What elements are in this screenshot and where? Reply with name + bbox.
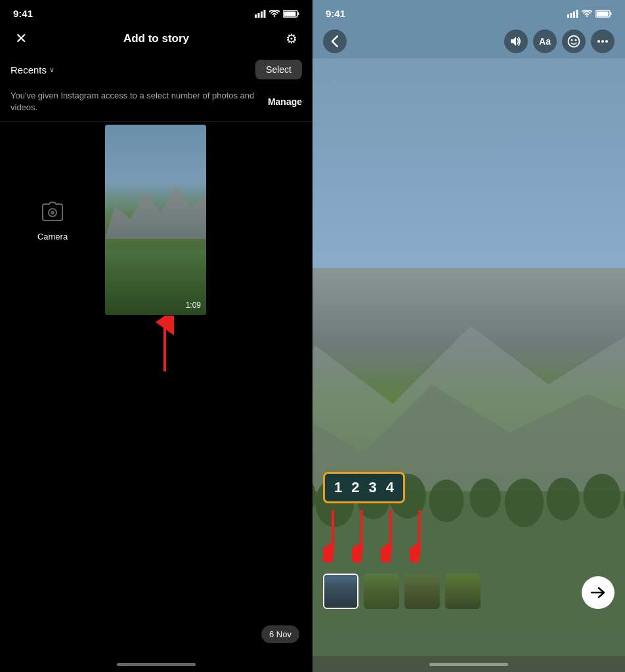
permission-bar: You've given Instagram access to a selec… [0,85,312,122]
recents-label-text: Recents [11,64,47,75]
home-indicator-left [0,656,312,672]
svg-point-33 [584,474,620,518]
gallery-area: Camera 1:09 [0,122,312,656]
settings-button[interactable]: ⚙ [281,28,302,49]
signal-icon [255,10,266,18]
status-bar-left: 9:41 [0,0,312,24]
svg-point-32 [546,478,579,520]
next-button[interactable] [582,576,614,609]
svg-rect-2 [261,11,263,18]
time-left: 9:41 [13,8,33,19]
permission-text: You've given Instagram access to a selec… [11,90,268,114]
manage-button[interactable]: Manage [268,96,302,107]
svg-rect-1 [258,13,260,18]
camera-label: Camera [37,232,68,242]
svg-rect-13 [573,11,575,18]
svg-point-30 [469,478,500,517]
chevron-down-icon: ∨ [49,66,54,74]
back-button[interactable] [323,30,347,53]
select-button[interactable]: Select [255,60,302,79]
thumbnail-4[interactable] [445,574,481,609]
svg-point-8 [51,211,54,215]
sticker-button[interactable] [562,30,586,53]
wifi-icon-right [582,10,592,18]
video-duration: 1:09 [186,301,201,310]
svg-rect-16 [597,11,609,16]
svg-point-20 [575,39,577,41]
status-icons-left [255,10,299,18]
photo-section: 1:09 [105,122,312,656]
arrow-down-3-icon [381,510,400,562]
thumbnails-row [323,574,481,609]
home-indicator-right [312,656,625,672]
svg-rect-11 [567,14,569,18]
wifi-icon [269,10,280,18]
header-right: Aa [312,24,625,58]
svg-rect-0 [255,14,257,18]
status-icons-right [567,10,612,18]
home-bar-left [117,663,196,666]
numbered-annotation-box: 1 2 3 4 [323,472,405,503]
svg-rect-14 [576,10,578,18]
text-button[interactable]: Aa [533,30,557,53]
svg-point-29 [429,480,463,522]
number-3: 3 [369,479,377,496]
header-left: ✕ Add to story ⚙ [0,24,312,57]
arrow-down-1-icon [323,510,343,562]
svg-rect-5 [284,11,296,16]
header-title: Add to story [123,32,189,45]
svg-point-19 [571,39,573,41]
date-badge: 6 Nov [261,625,299,643]
sound-button[interactable] [504,30,528,53]
camera-section: Camera [0,122,105,656]
battery-icon [283,10,299,18]
annotation-arrows-down [323,510,429,562]
left-panel: 9:41 ✕ Add to story ⚙ [0,0,312,672]
number-1: 1 [334,479,342,496]
arrow-down-4-icon [410,510,429,562]
camera-icon[interactable] [41,201,64,226]
recents-dropdown[interactable]: Recents ∨ [11,64,54,75]
recents-bar: Recents ∨ Select [0,57,312,85]
annotation-arrow-up [155,316,175,375]
thumbnail-1[interactable] [323,574,358,609]
time-right: 9:41 [326,8,345,19]
status-bar-right: 9:41 [312,0,625,24]
thumbnail-3[interactable] [404,574,440,609]
svg-rect-3 [264,10,266,18]
number-2: 2 [351,479,359,496]
sky-area [312,58,625,268]
preview-area: 1 2 3 4 [312,58,625,656]
svg-point-31 [505,478,544,527]
signal-icon-right [567,10,578,18]
svg-rect-12 [571,13,572,18]
svg-point-18 [569,36,580,47]
arrow-down-2-icon [352,510,372,562]
close-button[interactable]: ✕ [11,28,32,49]
arrow-right-icon [591,587,605,598]
thumbnail-2[interactable] [364,574,399,609]
home-bar-right [429,663,508,666]
right-panel: 9:41 [312,0,625,672]
number-4: 4 [386,479,394,496]
battery-icon-right [595,10,612,18]
more-button[interactable] [591,30,614,53]
svg-rect-17 [611,12,612,15]
photo-thumbnail[interactable]: 1:09 [105,125,206,315]
toolbar-right: Aa [504,30,614,53]
red-arrow-up-icon [155,316,175,375]
svg-rect-6 [298,12,299,15]
